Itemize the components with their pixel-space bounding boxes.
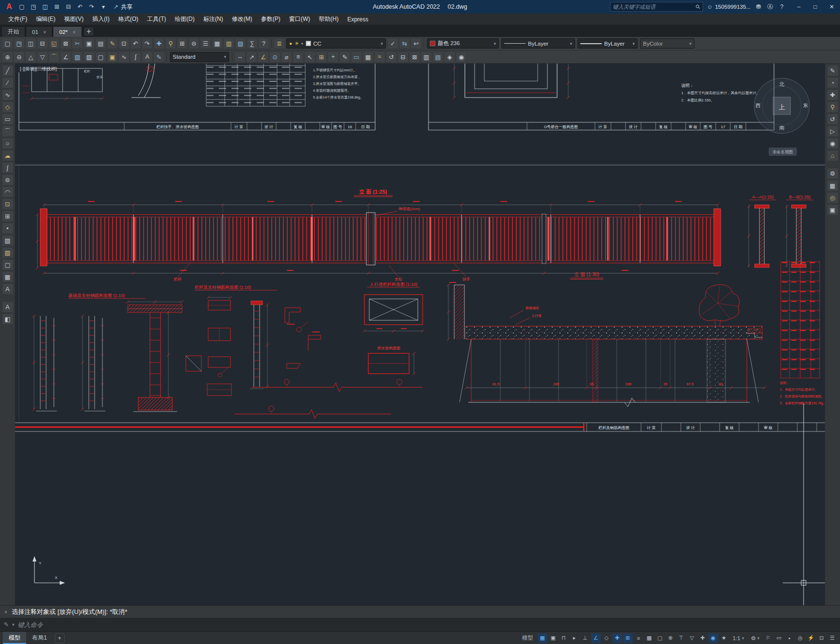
free-sketch[interactable]: ✎ (827, 65, 839, 76)
menu-item[interactable]: 修改(M) (228, 14, 257, 25)
navigation-wheel[interactable]: ◔ (827, 77, 839, 88)
field[interactable]: ≈ (374, 51, 385, 63)
layer-match[interactable]: ⇆ (399, 38, 410, 49)
construction-line[interactable]: ⁄ (2, 77, 14, 88)
new-file-icon[interactable]: ▢ (16, 1, 27, 12)
dim-radius[interactable]: ⊙ (269, 51, 280, 63)
color-control[interactable]: ◧ (2, 314, 14, 325)
named-views[interactable]: ◉ (456, 51, 467, 63)
pan-realtime[interactable]: ✚ (153, 38, 165, 49)
settings[interactable]: ⚙ (827, 168, 839, 179)
qat-menu-icon[interactable]: ▾ (98, 1, 109, 12)
polyline[interactable]: ∿ (2, 89, 14, 100)
dim-angular[interactable]: ∠ (258, 51, 269, 63)
autoscale[interactable]: ★ (719, 633, 729, 643)
account-button[interactable]: ☺ 1505999135... (707, 4, 751, 10)
open[interactable]: ◳ (14, 38, 25, 49)
publish[interactable]: ⊠ (60, 38, 71, 49)
quick-properties[interactable]: ▭ (774, 633, 784, 643)
dim-text-edit[interactable]: ✎ (339, 51, 350, 63)
menu-item[interactable]: 格式(O) (114, 14, 143, 25)
menu-item[interactable]: 编辑(E) (32, 14, 60, 25)
dim-style[interactable]: ▭ (351, 51, 362, 63)
model-space-canvas[interactable]: [-][俯视][二维线框] (15, 64, 825, 605)
help[interactable]: ? (258, 38, 269, 49)
close-command-icon[interactable]: × (0, 609, 12, 615)
share-button[interactable]: ↗ 共享 (114, 3, 132, 11)
grid-display[interactable]: ▦ (538, 633, 547, 643)
gradient[interactable]: ▧ (2, 247, 14, 258)
maximize-button[interactable]: □ (807, 0, 824, 14)
gizmo[interactable]: ✚ (698, 633, 708, 643)
group[interactable]: ▥ (421, 51, 432, 63)
qnew[interactable]: ▢ (2, 38, 13, 49)
plot[interactable]: ⊟ (37, 38, 48, 49)
cut[interactable]: ✂ (72, 38, 83, 49)
point[interactable]: • (2, 223, 14, 234)
object-snap[interactable]: ⊞ (623, 633, 633, 643)
table[interactable]: ▦ (2, 271, 14, 282)
ellipse[interactable]: ⊜ (2, 174, 14, 185)
close-tab-icon[interactable]: × (43, 29, 46, 35)
workspace-switching[interactable]: ⚙ ▾ (748, 635, 762, 642)
infer-constraints[interactable]: ⊓ (559, 633, 569, 643)
clean-screen[interactable]: ⊡ (817, 633, 826, 643)
properties-palette[interactable]: ☰ (200, 38, 211, 49)
tab-start[interactable]: 开始 (1, 26, 25, 37)
menu-item[interactable]: 工具(T) (143, 14, 170, 25)
lock-ui[interactable]: ▪ (785, 633, 794, 643)
command-input[interactable] (18, 621, 222, 628)
viewport[interactable]: ▣ (827, 204, 839, 215)
hatch[interactable]: ▨ (72, 51, 83, 63)
redo[interactable]: ↷ (142, 38, 153, 49)
multiline-text[interactable]: A (2, 283, 14, 295)
selection-cycling[interactable]: ▢ (655, 633, 665, 643)
draw-order-above[interactable]: △ (25, 51, 36, 63)
close-button[interactable]: ✕ (824, 0, 840, 14)
annotation-monitor[interactable]: ⚐ (763, 633, 773, 643)
make-block[interactable]: ⊞ (2, 211, 14, 222)
make-block[interactable]: ⊠ (409, 51, 420, 63)
draw-order-back[interactable]: ⊖ (14, 51, 25, 63)
dynamic-ucs[interactable]: ⊤ (676, 633, 686, 643)
multileader[interactable]: ↖ (304, 51, 315, 63)
menu-item[interactable]: 帮助(H) (314, 14, 343, 25)
rectangle[interactable]: ▭ (2, 114, 14, 125)
circle[interactable]: ○ (2, 138, 14, 149)
polar-tracking[interactable]: ∠ (591, 633, 601, 643)
dim-linear[interactable]: ↔ (234, 51, 246, 63)
layout1-tab[interactable]: 布局1 (26, 632, 53, 644)
ungroup[interactable]: ▤ (432, 51, 444, 63)
crosshair-cursor[interactable] (783, 403, 825, 605)
layer-previous[interactable]: ↩ (411, 38, 422, 49)
insert-block[interactable]: ⊡ (2, 198, 14, 210)
snap-mode[interactable]: ▣ (548, 633, 558, 643)
plot-preview[interactable]: ◱ (49, 38, 60, 49)
menu-item[interactable]: Express (343, 14, 373, 25)
design-center[interactable]: ▦ (212, 38, 223, 49)
annotation-visibility[interactable]: ◉ (708, 633, 718, 643)
save-icon[interactable]: ◫ (40, 1, 50, 12)
minimize-button[interactable]: – (791, 0, 807, 14)
redo-icon[interactable]: ↷ (86, 1, 97, 12)
insert-block[interactable]: ⊟ (397, 51, 409, 63)
zoom-realtime[interactable]: ⚲ (165, 38, 176, 49)
match-properties[interactable]: ✎ (107, 38, 118, 49)
new-layout-button[interactable]: + (55, 633, 65, 643)
lineweight-display[interactable]: ≡ (634, 633, 643, 643)
open-file-icon[interactable]: ◳ (28, 1, 39, 12)
zoom[interactable]: ⚲ (827, 101, 839, 113)
plotstyle-combo[interactable]: ByColor ▾ (640, 38, 694, 49)
viewport-controls[interactable]: [-][俯视][二维线框] (20, 66, 57, 71)
chevron-down-icon[interactable]: ▾ (12, 622, 15, 627)
spline-edit[interactable]: ∫ (130, 51, 141, 63)
paste[interactable]: ▤ (95, 38, 106, 49)
ellipse-arc[interactable]: ◠ (2, 186, 14, 198)
new-drawing-tab-button[interactable]: + (83, 27, 94, 36)
menu-item[interactable]: 参数(P) (257, 14, 285, 25)
tab-01[interactable]: 01 × (26, 26, 52, 37)
revision-cloud[interactable]: ☁ (2, 150, 14, 161)
point-style[interactable]: ◈ (444, 51, 455, 63)
polygon[interactable]: ◇ (2, 101, 14, 113)
layer-properties-manager[interactable]: ≣ (274, 38, 285, 49)
